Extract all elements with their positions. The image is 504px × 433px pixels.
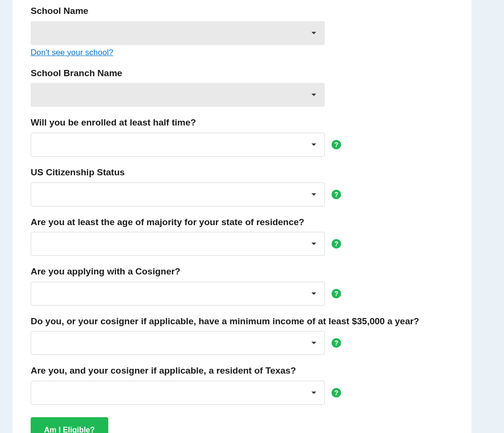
half-time-group: Will you be enrolled at least half time?… — [31, 116, 453, 157]
half-time-label: Will you be enrolled at least half time? — [31, 116, 453, 129]
help-icon[interactable]: ? — [332, 190, 341, 199]
half-time-select[interactable] — [31, 133, 325, 157]
citizenship-select[interactable] — [31, 182, 325, 206]
chevron-down-icon — [311, 243, 316, 245]
school-branch-group: School Branch Name — [31, 67, 453, 107]
texas-resident-group: Are you, and your cosigner if applicable… — [31, 365, 453, 405]
min-income-select[interactable] — [31, 331, 325, 355]
age-majority-group: Are you at least the age of majority for… — [31, 216, 453, 256]
min-income-value — [31, 331, 325, 355]
chevron-down-icon — [311, 342, 316, 344]
texas-resident-select[interactable] — [31, 381, 325, 405]
citizenship-value — [31, 182, 325, 206]
chevron-down-icon — [311, 94, 316, 96]
citizenship-group: US Citizenship Status ? — [31, 166, 453, 206]
citizenship-label: US Citizenship Status — [31, 166, 453, 179]
help-icon[interactable]: ? — [332, 239, 341, 249]
chevron-down-icon — [311, 32, 316, 34]
school-name-label: School Name — [31, 5, 453, 17]
cosigner-group: Are you applying with a Cosigner? ? — [31, 265, 453, 306]
help-icon[interactable]: ? — [332, 140, 341, 149]
cosigner-value — [31, 282, 325, 306]
chevron-down-icon — [311, 392, 316, 394]
age-majority-label: Are you at least the age of majority for… — [31, 216, 453, 228]
dont-see-school-link[interactable]: Don't see your school? — [31, 48, 113, 57]
chevron-down-icon — [311, 292, 316, 295]
school-branch-value — [31, 83, 325, 107]
cosigner-label: Are you applying with a Cosigner? — [31, 265, 453, 278]
school-branch-select[interactable] — [31, 83, 325, 107]
cosigner-select[interactable] — [31, 282, 325, 306]
texas-resident-label: Are you, and your cosigner if applicable… — [31, 365, 453, 377]
help-icon[interactable]: ? — [332, 289, 341, 298]
min-income-group: Do you, or your cosigner if applicable, … — [31, 315, 453, 355]
school-name-value — [31, 21, 325, 45]
chevron-down-icon — [311, 143, 316, 146]
school-name-group: School Name Don't see your school? — [31, 5, 453, 57]
school-name-select[interactable] — [31, 21, 325, 45]
help-icon[interactable]: ? — [332, 388, 341, 398]
texas-resident-value — [31, 381, 325, 405]
age-majority-value — [31, 232, 325, 256]
am-i-eligible-button[interactable]: Am I Eligible? — [31, 417, 108, 433]
age-majority-select[interactable] — [31, 232, 325, 256]
chevron-down-icon — [311, 193, 316, 195]
school-branch-label: School Branch Name — [31, 67, 453, 80]
half-time-value — [31, 133, 325, 157]
eligibility-form-card: School Name Don't see your school? Schoo… — [12, 0, 471, 433]
help-icon[interactable]: ? — [332, 338, 341, 348]
min-income-label: Do you, or your cosigner if applicable, … — [31, 315, 453, 328]
